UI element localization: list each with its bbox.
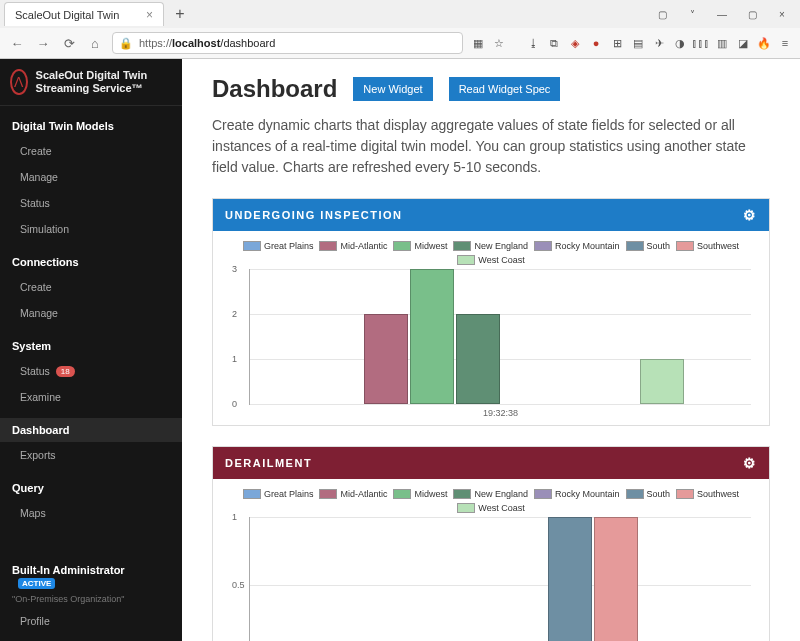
legend-swatch-icon xyxy=(626,241,644,251)
url-path: /dashboard xyxy=(220,37,275,49)
nav-header[interactable]: Connections xyxy=(0,250,182,274)
legend-item[interactable]: Midwest xyxy=(393,489,447,499)
ext-icon[interactable]: 🔥 xyxy=(755,34,773,52)
nav-header[interactable]: Dashboard xyxy=(0,418,182,442)
legend-swatch-icon xyxy=(626,489,644,499)
legend-label: South xyxy=(647,489,671,499)
ext-icon[interactable]: ◑ xyxy=(671,34,689,52)
page-description: Create dynamic charts that display aggre… xyxy=(212,115,770,178)
legend-item[interactable]: New England xyxy=(453,489,528,499)
ext-icon[interactable]: ⫿⫿⫿ xyxy=(692,34,710,52)
minimize-icon[interactable]: — xyxy=(708,4,736,24)
bar[interactable] xyxy=(548,517,592,641)
menu-icon[interactable]: ≡ xyxy=(776,34,794,52)
sidebar-item[interactable]: Create xyxy=(0,274,182,300)
ext-icon[interactable]: ▥ xyxy=(713,34,731,52)
legend-item[interactable]: Midwest xyxy=(393,241,447,251)
legend-swatch-icon xyxy=(676,241,694,251)
widget-title: DERAILMENT xyxy=(225,457,312,469)
legend-item[interactable]: Rocky Mountain xyxy=(534,241,620,251)
close-window-icon[interactable]: × xyxy=(768,4,796,24)
bar[interactable] xyxy=(364,314,408,404)
legend-item[interactable]: Great Plains xyxy=(243,241,314,251)
sidebar-item[interactable]: Create xyxy=(0,138,182,164)
legend-label: Great Plains xyxy=(264,489,314,499)
main-content: Dashboard New Widget Read Widget Spec Cr… xyxy=(182,59,800,641)
legend-label: Mid-Atlantic xyxy=(340,241,387,251)
reload-icon[interactable]: ⟳ xyxy=(58,32,80,54)
legend-swatch-icon xyxy=(243,489,261,499)
y-tick-label: 0 xyxy=(232,399,237,409)
sidebar-item[interactable]: Exports xyxy=(0,442,182,468)
legend-item[interactable]: West Coast xyxy=(457,503,524,513)
sidebar-item[interactable]: Manage xyxy=(0,300,182,326)
gear-icon[interactable]: ⚙ xyxy=(743,455,758,471)
legend-item[interactable]: Mid-Atlantic xyxy=(319,489,387,499)
sidebar-item[interactable]: Status xyxy=(0,190,182,216)
bar[interactable] xyxy=(456,314,500,404)
legend-item[interactable]: South xyxy=(626,489,671,499)
sidebar-item[interactable]: Profile xyxy=(0,608,182,634)
admin-header: Built-In Administrator ACTIVE xyxy=(0,558,182,594)
ext-icon[interactable]: ◈ xyxy=(566,34,584,52)
legend-label: Southwest xyxy=(697,241,739,251)
bar[interactable] xyxy=(640,359,684,404)
legend-item[interactable]: Southwest xyxy=(676,489,739,499)
home-icon[interactable]: ⌂ xyxy=(84,32,106,54)
legend-item[interactable]: Great Plains xyxy=(243,489,314,499)
browser-tab[interactable]: ScaleOut Digital Twin × xyxy=(4,2,164,26)
status-badge: 18 xyxy=(56,366,75,377)
ext-icon[interactable]: ● xyxy=(587,34,605,52)
back-icon[interactable]: ← xyxy=(6,32,28,54)
ext-icon[interactable]: ⊞ xyxy=(608,34,626,52)
shield-icon[interactable]: ▢ xyxy=(648,4,676,24)
new-tab-button[interactable]: + xyxy=(170,5,190,23)
widget-header: DERAILMENT⚙ xyxy=(213,447,769,479)
ext-icon[interactable]: ✈ xyxy=(650,34,668,52)
chart-legend: Great PlainsMid-AtlanticMidwestNew Engla… xyxy=(227,489,755,513)
window-controls: ▢ ˅ — ▢ × xyxy=(648,4,796,24)
bar[interactable] xyxy=(594,517,638,641)
bar[interactable] xyxy=(410,269,454,404)
x-tick-label: 19:32:38 xyxy=(483,408,518,418)
url-scheme: https:// xyxy=(139,37,172,49)
read-widget-spec-button[interactable]: Read Widget Spec xyxy=(449,77,561,101)
nav-header[interactable]: System xyxy=(0,334,182,358)
apps-icon[interactable]: ▦ xyxy=(469,34,487,52)
legend-item[interactable]: New England xyxy=(453,241,528,251)
star-icon[interactable]: ☆ xyxy=(490,34,508,52)
save-icon[interactable]: ⧉ xyxy=(545,34,563,52)
url-bar[interactable]: 🔒 https:// localhost/dashboard xyxy=(112,32,463,54)
sidebar-item[interactable]: Simulation xyxy=(0,216,182,242)
sidebar-item[interactable]: Manage xyxy=(0,164,182,190)
legend-item[interactable]: Rocky Mountain xyxy=(534,489,620,499)
sidebar-item[interactable]: API Keys xyxy=(0,634,182,641)
download-icon[interactable]: ⭳ xyxy=(524,34,542,52)
ext-icon[interactable]: ▤ xyxy=(629,34,647,52)
maximize-icon[interactable]: ▢ xyxy=(738,4,766,24)
legend-item[interactable]: Southwest xyxy=(676,241,739,251)
legend-item[interactable]: West Coast xyxy=(457,255,524,265)
new-widget-button[interactable]: New Widget xyxy=(353,77,432,101)
ext-icon[interactable]: ◪ xyxy=(734,34,752,52)
legend-swatch-icon xyxy=(319,489,337,499)
nav-header[interactable]: Digital Twin Models xyxy=(0,114,182,138)
legend-item[interactable]: South xyxy=(626,241,671,251)
close-icon[interactable]: × xyxy=(146,8,153,22)
legend-label: New England xyxy=(474,241,528,251)
chevron-down-icon[interactable]: ˅ xyxy=(678,4,706,24)
legend-label: Midwest xyxy=(414,241,447,251)
sidebar-item[interactable]: Maps xyxy=(0,500,182,526)
legend-item[interactable]: Mid-Atlantic xyxy=(319,241,387,251)
tab-title: ScaleOut Digital Twin xyxy=(15,9,119,21)
legend-swatch-icon xyxy=(319,241,337,251)
forward-icon[interactable]: → xyxy=(32,32,54,54)
legend-label: West Coast xyxy=(478,503,524,513)
page-header: Dashboard New Widget Read Widget Spec xyxy=(212,75,770,103)
sidebar-item[interactable]: Examine xyxy=(0,384,182,410)
y-tick-label: 3 xyxy=(232,264,237,274)
nav-header[interactable]: Query xyxy=(0,476,182,500)
gear-icon[interactable]: ⚙ xyxy=(743,207,758,223)
sidebar-item[interactable]: Status18 xyxy=(0,358,182,384)
app: Λ ScaleOut Digital Twin Streaming Servic… xyxy=(0,59,800,641)
